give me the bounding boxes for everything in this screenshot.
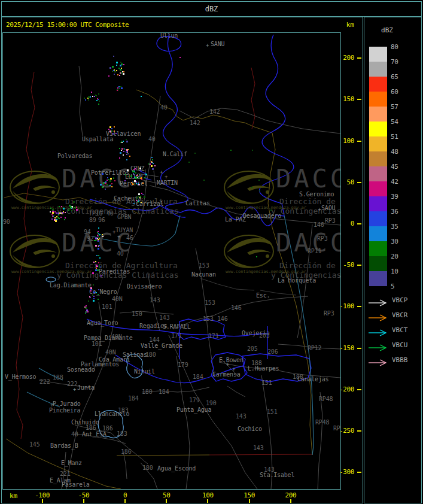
route-label: 40 (160, 105, 168, 111)
route-label: 143 (264, 467, 274, 473)
radar-echo-pixel (93, 284, 94, 286)
radar-echo-pixel (121, 68, 122, 69)
station-cross-icon: + (318, 207, 321, 211)
dbz-scale-label: 57 (391, 103, 398, 111)
radar-echo-pixel (93, 296, 95, 297)
radar-echo-pixel (73, 201, 75, 203)
station-cross-icon: + (112, 229, 115, 234)
route-label: 205 (247, 346, 257, 352)
radar-echo-pixel (112, 66, 114, 68)
radar-echo-pixel (51, 214, 53, 215)
radar-echo-pixel (86, 309, 88, 311)
y-tick-label: -200 (339, 385, 354, 393)
route-label: 183 (118, 408, 128, 414)
radar-echo-pixel (107, 177, 108, 178)
dbz-scale-label: 80 (391, 43, 398, 51)
radar-echo-pixel (110, 178, 112, 180)
route-label: 153 (205, 300, 215, 306)
radar-echo-pixel (139, 177, 141, 178)
place-label: Sta.Isabel (260, 472, 294, 478)
radar-echo-pixel (188, 162, 190, 163)
route-label: GPBN (117, 214, 131, 220)
radar-echo-pixel (140, 170, 141, 171)
radar-echo-pixel (121, 72, 122, 74)
radar-echo-pixel (98, 231, 99, 232)
radar-echo-pixel (141, 202, 142, 203)
radar-echo-pixel (121, 142, 123, 143)
radar-echo-pixel (109, 185, 111, 186)
radar-echo-pixel (131, 182, 132, 183)
radar-echo-pixel (93, 298, 95, 299)
radar-echo-pixel (120, 152, 121, 154)
dbz-swatch (369, 181, 387, 196)
radar-echo-pixel (98, 227, 99, 229)
radar-echo-pixel (130, 175, 132, 177)
radar-echo-pixel (96, 95, 97, 96)
route-label: 143 (253, 445, 263, 451)
place-label: Polvaredas (57, 153, 92, 159)
radar-echo-pixel (116, 62, 118, 63)
place-label: Agua_Escond (157, 466, 196, 472)
dbz-scale-label: 5 (391, 283, 394, 290)
route-label: 142 (209, 109, 220, 115)
secondary-rivers (27, 215, 314, 455)
radar-echo-pixel (84, 306, 86, 308)
radar-echo-pixel (57, 212, 59, 214)
radar-echo-pixel (96, 266, 98, 267)
route-label: 151 (261, 380, 272, 386)
radar-echo-pixel (86, 305, 87, 306)
station-cross-icon: + (232, 366, 235, 371)
radar-echo-pixel (117, 90, 118, 91)
radar-echo-pixel (84, 98, 85, 99)
x-tick-mark (207, 499, 208, 503)
radar-echo-pixel (114, 130, 115, 132)
radar-echo-pixel (124, 180, 126, 181)
radar-echo-pixel (63, 208, 65, 210)
place-label: P.Jurado (53, 401, 81, 407)
route-label: RP3 (325, 218, 335, 224)
route-label: 171 (171, 333, 181, 339)
radar-echo-pixel (98, 248, 99, 250)
radar-echo-pixel (90, 297, 91, 298)
radar-echo-pixel (63, 211, 64, 212)
radar-echo-pixel (142, 194, 144, 195)
route-label: 188 (53, 375, 63, 381)
radar-echo-pixel (153, 163, 154, 164)
x-tick-label: -100 (32, 491, 53, 499)
place-label: E_Manz (61, 460, 82, 466)
radar-echo-pixel (259, 190, 260, 192)
route-label: 143 (150, 297, 160, 303)
radar-echo-pixel (142, 183, 144, 184)
place-label: Catitas (185, 201, 210, 207)
place-label: S.Geronimo (299, 192, 334, 198)
radar-echo-pixel (256, 256, 257, 257)
y-tick-label: -100 (339, 302, 354, 310)
radar-echo-pixel (109, 67, 111, 69)
radar-echo-pixel (270, 210, 272, 211)
radar-echo-pixel (121, 87, 123, 89)
y-tick-label: 100 (339, 137, 354, 145)
international-border (16, 68, 312, 455)
dbz-scale-label: 65 (391, 73, 398, 81)
radar-echo-pixel (68, 210, 69, 211)
dbz-scale-label: 20 (391, 253, 398, 260)
radar-echo-pixel (90, 290, 92, 292)
radar-app-window: dBZ 2025/12/15 15:00:00 UTC Composite km… (0, 0, 423, 504)
radar-echo-pixel (98, 104, 99, 105)
y-tick-label: 0 (339, 220, 354, 227)
radar-echo-pixel (64, 219, 65, 220)
dbz-scale-label: 60 (391, 88, 398, 96)
radar-echo-pixel (99, 101, 100, 102)
route-label: 188 (293, 374, 303, 380)
radar-echo-pixel (134, 174, 135, 175)
radar-echo-pixel (109, 126, 111, 128)
radar-echo-pixel (90, 96, 91, 98)
radar-echo-pixel (152, 168, 154, 170)
route-label: 179 (189, 397, 199, 403)
radar-echo-pixel (154, 165, 156, 166)
radar-echo-pixel (148, 163, 150, 165)
place-label: Ant_ESA (82, 432, 106, 438)
place-label: Junta (77, 385, 95, 391)
radar-echo-pixel (113, 70, 114, 71)
dbz-scale-label: 30 (391, 238, 398, 245)
